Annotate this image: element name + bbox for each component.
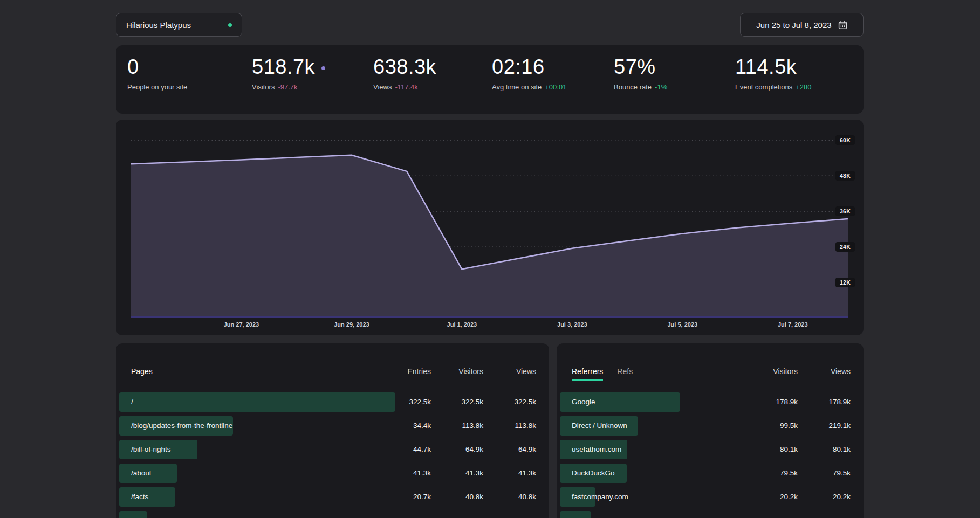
pages-table-panel: PagesEntriesVisitorsViews/322.5k322.5k32… <box>116 343 549 518</box>
table-row[interactable]: Direct / Unknown99.5k219.1k <box>560 416 851 436</box>
row-value-views: 80.1k <box>802 440 851 459</box>
row-label: DuckDuckGo <box>572 464 615 483</box>
table-row[interactable]: /about41.3k41.3k41.3k <box>119 464 536 483</box>
row-label: /facts <box>131 487 148 507</box>
referrers-table-panel: ReferrersRefsVisitorsViewsGoogle178.9k17… <box>557 343 864 518</box>
row-bar <box>119 511 147 518</box>
row-label: usefathom.com <box>572 440 621 459</box>
site-name: Hilarious Platypus <box>126 20 191 30</box>
row-value-views: 219.1k <box>802 416 851 436</box>
row-value-views: 41.3k <box>488 464 536 483</box>
table-title-group: ReferrersRefs <box>572 367 633 381</box>
column-header-views: Views <box>488 367 536 376</box>
stat-change: +00:01 <box>545 83 566 91</box>
column-header-visitors: Visitors <box>435 367 483 376</box>
table-title: Pages <box>131 367 153 379</box>
traffic-chart-panel: 60K48K36K24K12KJun 27, 2023Jun 29, 2023J… <box>116 120 864 335</box>
row-label: fastcompany.com <box>572 487 628 507</box>
table-row[interactable]: DuckDuckGo79.5k79.5k <box>560 464 851 483</box>
table-row[interactable] <box>119 511 536 518</box>
stat-label: Event completions+280 <box>735 83 812 91</box>
stat-card-bounce-rate[interactable]: 57%Bounce rate-1% <box>614 55 667 91</box>
row-value-visitors: 322.5k <box>435 392 483 412</box>
row-value-visitors: 178.9k <box>749 392 798 412</box>
x-axis-tick: Jul 3, 2023 <box>557 321 587 328</box>
y-axis-tick: 36K <box>835 206 855 216</box>
stat-card-people-on-your-site[interactable]: 0People on your site <box>127 55 187 91</box>
stat-change: -1% <box>655 83 667 91</box>
table-row[interactable]: /bill-of-rights44.7k64.9k64.9k <box>119 440 536 459</box>
table-header: PagesEntriesVisitorsViews <box>119 343 536 392</box>
row-value-visitors: 113.8k <box>435 416 483 436</box>
row-value-views: 178.9k <box>802 392 851 412</box>
stat-label: People on your site <box>127 83 187 91</box>
row-value-views: 20.2k <box>802 487 851 507</box>
stat-value: 114.5k <box>735 55 812 79</box>
x-axis-tick: Jul 5, 2023 <box>667 321 697 328</box>
y-axis-tick: 48K <box>835 171 855 181</box>
x-axis-tick: Jun 29, 2023 <box>334 321 369 328</box>
row-value-entries: 34.4k <box>382 416 431 436</box>
table-row[interactable]: /322.5k322.5k322.5k <box>119 392 536 412</box>
column-header-visitors: Visitors <box>749 367 798 376</box>
stat-value: 0 <box>127 55 187 79</box>
stat-change: -117.4k <box>395 83 417 91</box>
row-value-visitors: 40.8k <box>435 487 483 507</box>
row-value-visitors: 99.5k <box>749 416 798 436</box>
row-value-visitors: 64.9k <box>435 440 483 459</box>
row-value-views: 113.8k <box>488 416 536 436</box>
table-row[interactable]: /blog/updates-from-the-frontline34.4k113… <box>119 416 536 436</box>
stat-card-event-completions[interactable]: 114.5kEvent completions+280 <box>735 55 812 91</box>
stat-change: -97.7k <box>278 83 297 91</box>
stat-label: Views-117.4k <box>373 83 436 91</box>
table-rows: /322.5k322.5k322.5k/blog/updates-from-th… <box>119 392 536 518</box>
x-axis-tick: Jun 27, 2023 <box>224 321 259 328</box>
visitors-area-chart <box>131 124 848 318</box>
calendar-icon <box>838 20 847 30</box>
row-bar <box>119 392 395 412</box>
y-axis-tick: 24K <box>835 242 855 252</box>
table-row[interactable]: /facts20.7k40.8k40.8k <box>119 487 536 507</box>
date-range-button[interactable]: Jun 25 to Jul 8, 2023 <box>740 13 864 37</box>
row-label: Direct / Unknown <box>572 416 627 436</box>
row-label: /blog/updates-from-the-frontline <box>131 416 232 436</box>
row-value-entries: 44.7k <box>382 440 431 459</box>
row-value-visitors: 41.3k <box>435 464 483 483</box>
row-value-visitors: 20.2k <box>749 487 798 507</box>
row-value-entries: 20.7k <box>382 487 431 507</box>
row-value-views: 64.9k <box>488 440 536 459</box>
stat-label: Visitors-97.7k <box>252 83 325 91</box>
table-rows: Google178.9k178.9kDirect / Unknown99.5k2… <box>560 392 851 518</box>
date-range-label: Jun 25 to Jul 8, 2023 <box>756 20 831 30</box>
x-axis-tick: Jul 1, 2023 <box>447 321 477 328</box>
row-label: / <box>131 392 133 412</box>
row-value-views: 322.5k <box>488 392 536 412</box>
row-label: /bill-of-rights <box>131 440 171 459</box>
table-row[interactable]: Google178.9k178.9k <box>560 392 851 412</box>
site-selector-button[interactable]: Hilarious Platypus <box>116 13 242 37</box>
row-value-entries: 322.5k <box>382 392 431 412</box>
row-value-visitors: 80.1k <box>749 440 798 459</box>
row-label: Google <box>572 392 595 412</box>
stat-value: 518.7k <box>252 55 325 79</box>
column-header-views: Views <box>802 367 851 376</box>
stats-summary-panel: 0People on your site518.7kVisitors-97.7k… <box>116 45 864 114</box>
row-value-views: 40.8k <box>488 487 536 507</box>
row-value-visitors: 79.5k <box>749 464 798 483</box>
table-row[interactable]: fastcompany.com20.2k20.2k <box>560 487 851 507</box>
table-header: ReferrersRefsVisitorsViews <box>560 343 851 392</box>
stat-card-avg-time-on-site[interactable]: 02:16Avg time on site+00:01 <box>492 55 566 91</box>
row-bar <box>560 511 591 518</box>
stat-card-views[interactable]: 638.3kViews-117.4k <box>373 55 436 91</box>
stat-card-visitors[interactable]: 518.7kVisitors-97.7k <box>252 55 325 91</box>
tab-refs[interactable]: Refs <box>617 367 633 381</box>
column-header-entries: Entries <box>382 367 431 376</box>
stat-change: +280 <box>796 83 811 91</box>
chart-area-fill <box>131 155 848 318</box>
live-green-dot-icon <box>228 23 232 27</box>
stat-value: 57% <box>614 55 667 79</box>
table-row[interactable]: usefathom.com80.1k80.1k <box>560 440 851 459</box>
row-value-views: 79.5k <box>802 464 851 483</box>
table-row[interactable] <box>560 511 851 518</box>
tab-referrers[interactable]: Referrers <box>572 367 603 381</box>
